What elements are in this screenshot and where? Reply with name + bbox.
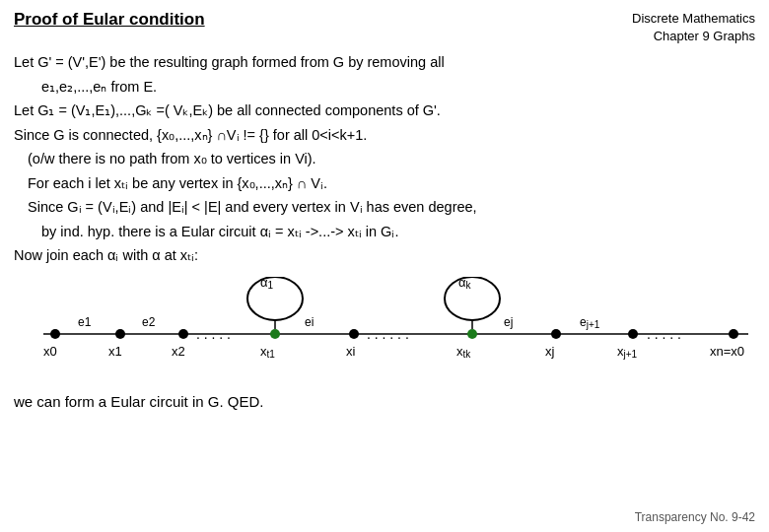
svg-point-17 [628, 329, 638, 339]
svg-text:xi: xi [346, 344, 356, 359]
svg-text:. . . . .: . . . . . [196, 326, 231, 342]
svg-text:ej: ej [504, 315, 513, 329]
content-line7: Since Gᵢ = (Vᵢ,Eᵢ) and |Eᵢ| < |E| and ev… [28, 196, 755, 218]
content-line2: e₁,e₂,...,eₙ from E. [41, 76, 755, 98]
transparency-label: Transparency No. 9-42 [635, 510, 755, 524]
svg-text:x2: x2 [172, 344, 185, 359]
content-line6: For each i let xₜᵢ be any vertex in {x₀,… [28, 172, 755, 194]
svg-point-5 [178, 329, 188, 339]
svg-point-1 [50, 329, 60, 339]
svg-text:ej+1: ej+1 [580, 315, 600, 330]
svg-text:α1: α1 [260, 277, 274, 291]
content-line5: (o/w there is no path from x₀ to vertice… [28, 148, 755, 169]
diagram-svg: x0 x1 x2 . . . . . xt1 xi . . . . . . xt… [14, 277, 755, 385]
svg-text:. . . . . .: . . . . . . [367, 326, 409, 342]
top-right-info: Discrete Mathematics Chapter 9 Graphs [632, 10, 755, 45]
svg-point-13 [467, 329, 477, 339]
svg-point-15 [551, 329, 561, 339]
svg-text:e1: e1 [78, 315, 92, 329]
svg-text:xn=x0: xn=x0 [710, 344, 744, 359]
svg-point-27 [247, 277, 303, 320]
svg-point-3 [115, 329, 125, 339]
chapter-title: Chapter 9 Graphs [632, 28, 755, 45]
header-row: Proof of Eular condition Discrete Mathem… [14, 10, 755, 45]
svg-text:xtk: xtk [456, 344, 471, 360]
conclusion-text: we can form a Eular circuit in G. QED. [14, 393, 755, 410]
page-container: Proof of Eular condition Discrete Mathem… [0, 0, 769, 532]
content-line3: Let G₁ = (V₁,E₁),...,Gₖ =( Vₖ,Eₖ) be all… [14, 100, 755, 121]
svg-text:x1: x1 [108, 344, 122, 359]
svg-text:e2: e2 [142, 315, 156, 329]
svg-text:. . . . .: . . . . . [647, 326, 681, 342]
book-title: Discrete Mathematics [632, 10, 755, 28]
svg-text:ei: ei [305, 315, 314, 329]
bottom-text: we can form a Eular circuit in G. QED. [14, 393, 755, 410]
svg-text:x0: x0 [43, 344, 57, 359]
svg-point-8 [270, 329, 280, 339]
svg-point-10 [349, 329, 359, 339]
svg-text:xj+1: xj+1 [617, 344, 638, 360]
content-line8: by ind. hyp. there is a Eular circuit αᵢ… [41, 221, 755, 242]
svg-text:xt1: xt1 [260, 344, 275, 360]
content-line9: Now join each αᵢ with α at xₜᵢ: [14, 244, 755, 266]
svg-text:xj: xj [545, 344, 555, 359]
main-content: Let G' = (V',E') be the resulting graph … [14, 51, 755, 266]
content-line1: Let G' = (V',E') be the resulting graph … [14, 51, 755, 73]
diagram-area: x0 x1 x2 . . . . . xt1 xi . . . . . . xt… [14, 277, 755, 385]
content-line4: Since G is connected, {x₀,...,xₙ} ∩Vᵢ !=… [14, 124, 755, 146]
page-title: Proof of Eular condition [14, 10, 205, 30]
svg-text:αk: αk [458, 277, 472, 291]
svg-point-30 [445, 277, 500, 320]
svg-point-20 [729, 329, 738, 339]
